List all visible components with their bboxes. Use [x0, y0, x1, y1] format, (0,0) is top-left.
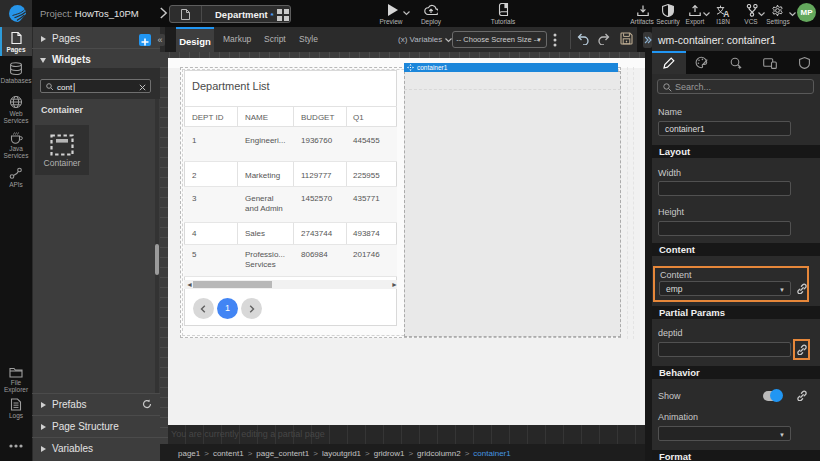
svg-text:A: A	[723, 9, 729, 18]
